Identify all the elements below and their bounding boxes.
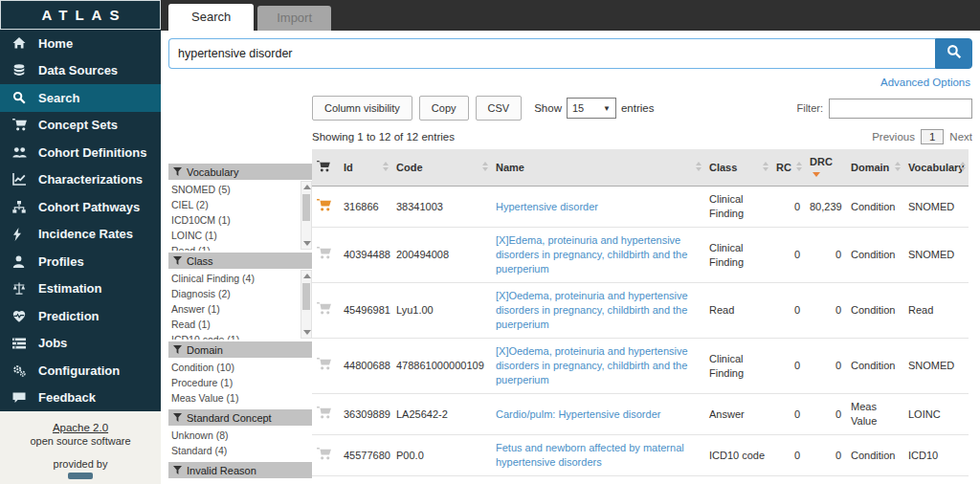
facet-option[interactable]: SNOMED (5) [171, 182, 299, 197]
table-row: 45916441 140292 Fetus or Newborn Affecte… [312, 476, 969, 484]
facet-option[interactable]: Answer (1) [171, 301, 299, 317]
sidebar-item-cohort-definitions[interactable]: Cohort Definitions [0, 139, 161, 166]
sidebar-item-cohort-pathways[interactable]: Cohort Pathways [0, 193, 161, 221]
facet-option[interactable]: Condition (10) [171, 360, 312, 375]
tab-search[interactable]: Search [168, 4, 254, 31]
sidebar-item-search[interactable]: Search [0, 84, 161, 112]
provider-logo [68, 473, 93, 479]
cell-vocabulary: SNOMED [903, 228, 969, 283]
balance-scale-icon [12, 282, 29, 296]
sidebar-item-characterizations[interactable]: Characterizations [0, 166, 161, 194]
sidebar-item-data-sources[interactable]: Data Sources [0, 57, 161, 85]
cell-id: 36309889 [339, 394, 391, 435]
column-header-cart[interactable] [312, 149, 339, 187]
facet-option[interactable]: LOINC (1) [171, 228, 299, 243]
advanced-options-link[interactable]: Advanced Options [880, 77, 970, 88]
concept-link[interactable]: Hypertensive disorder [496, 201, 598, 212]
sidebar-item-incidence-rates[interactable]: Incidence Rates [0, 221, 161, 249]
facet-option[interactable]: Meas Value (1) [171, 390, 312, 406]
sort-icons [482, 162, 488, 171]
csv-button[interactable]: CSV [476, 96, 523, 121]
facet-standard-concept: Standard Concept Unknown (8) Standard (4… [168, 409, 312, 460]
cell-name: [X]Oedema, proteinuria and hypertensive … [491, 339, 704, 394]
column-header-drc[interactable]: DRC [805, 149, 846, 187]
sidebar-item-prediction[interactable]: Prediction [0, 302, 161, 330]
copy-button[interactable]: Copy [419, 96, 469, 121]
facet-option[interactable]: Procedure (1) [171, 375, 312, 390]
add-to-cart-button[interactable] [312, 339, 339, 394]
concept-link[interactable]: [X]Oedema, proteinuria and hypertensive … [496, 345, 688, 385]
facet-option[interactable]: CIEL (2) [171, 197, 299, 212]
facet-option[interactable]: Diagnosis (2) [171, 286, 299, 301]
search-icon [12, 91, 29, 104]
search-bar [161, 31, 980, 71]
concept-link[interactable]: Cardio/pulm: Hypertensive disorder [496, 408, 660, 420]
column-header-domain[interactable]: Domain [846, 149, 903, 187]
table-header-row: Id Code Name Class RC DRC Domain Vocabul… [312, 149, 969, 187]
line-chart-icon [12, 173, 29, 187]
add-to-cart-button[interactable] [312, 476, 339, 484]
page-length-select[interactable]: 15 ▼ [567, 98, 616, 119]
column-header-code[interactable]: Code [391, 149, 491, 187]
bolt-icon [12, 228, 29, 241]
facet-option[interactable]: Unknown (10) [171, 480, 312, 484]
facet-option[interactable]: ICD10CM (1) [171, 212, 299, 228]
facet-header-invalid-reason[interactable]: Invalid Reason [168, 462, 312, 478]
facet-header-vocabulary[interactable]: Vocabulary [168, 164, 312, 180]
sidebar-item-home[interactable]: Home [0, 30, 161, 57]
facet-option[interactable]: ICD10 code (1) [171, 332, 299, 340]
tab-import[interactable]: Import [257, 6, 331, 31]
sidebar-item-feedback[interactable]: Feedback [0, 385, 161, 412]
column-header-name[interactable]: Name [491, 149, 704, 187]
facet-scrollbar[interactable] [301, 270, 312, 339]
search-button[interactable] [935, 38, 972, 69]
column-header-class[interactable]: Class [704, 149, 771, 187]
apache-license-link[interactable]: Apache 2.0 [53, 422, 108, 433]
search-input[interactable] [168, 38, 935, 69]
column-visibility-button[interactable]: Column visibility [312, 96, 412, 121]
add-to-cart-button[interactable] [312, 435, 339, 476]
facet-option[interactable]: Read (1) [171, 317, 299, 332]
facet-option[interactable]: Standard (4) [171, 443, 312, 458]
cell-vocabulary: ICD10 [903, 435, 969, 476]
sidebar-item-jobs[interactable]: Jobs [0, 330, 161, 358]
sidebar-item-concept-sets[interactable]: Concept Sets [0, 112, 161, 140]
cell-domain: Condition [846, 187, 903, 228]
concept-link[interactable]: Fetus and newborn affected by maternal h… [496, 442, 684, 468]
cell-vocabulary: CIEL [903, 476, 969, 484]
sidebar-item-profiles[interactable]: Profiles [0, 248, 161, 275]
facet-option[interactable]: Unknown (8) [171, 428, 312, 443]
previous-page-button[interactable]: Previous [872, 131, 915, 143]
facet-panel: Vocabulary SNOMED (5) CIEL (2) ICD10CM (… [168, 90, 312, 484]
next-page-button[interactable]: Next [949, 131, 972, 143]
add-to-cart-button[interactable] [312, 187, 339, 228]
cell-vocabulary: SNOMED [903, 339, 969, 394]
cell-drc: 80,239 [805, 187, 846, 228]
cell-vocabulary: LOINC [903, 394, 969, 435]
cart-icon [12, 119, 29, 132]
cell-class: ICD10 code [704, 435, 771, 476]
cell-class: Clinical Finding [704, 339, 771, 394]
facet-domain: Domain Condition (10) Procedure (1) Meas… [168, 341, 312, 407]
facet-header-class[interactable]: Class [168, 253, 312, 269]
facet-option[interactable]: Read (1) [171, 243, 299, 251]
column-header-id[interactable]: Id [339, 149, 391, 187]
page-number-button[interactable]: 1 [921, 129, 944, 144]
column-header-vocabulary[interactable]: Vocabulary [903, 149, 969, 187]
concept-link[interactable]: [X]Edema, proteinuria and hypertensive d… [496, 234, 687, 275]
sidebar-item-estimation[interactable]: Estimation [0, 275, 161, 303]
facet-header-domain[interactable]: Domain [168, 341, 312, 358]
add-to-cart-button[interactable] [312, 394, 339, 435]
column-header-rc[interactable]: RC [771, 149, 805, 187]
add-to-cart-button[interactable] [312, 283, 339, 339]
sidebar-item-configuration[interactable]: Configuration [0, 357, 161, 385]
facet-option[interactable]: Clinical Finding (4) [171, 271, 299, 286]
cell-domain: Condition [846, 283, 903, 339]
filter-input[interactable] [829, 99, 972, 119]
cell-rc: 0 [771, 435, 805, 476]
concept-link[interactable]: [X]Oedema, proteinuria and hypertensive … [496, 290, 688, 330]
add-to-cart-button[interactable] [312, 228, 339, 283]
cell-rc: 0 [771, 476, 805, 484]
facet-scrollbar[interactable] [301, 181, 312, 250]
facet-header-standard-concept[interactable]: Standard Concept [168, 409, 312, 426]
